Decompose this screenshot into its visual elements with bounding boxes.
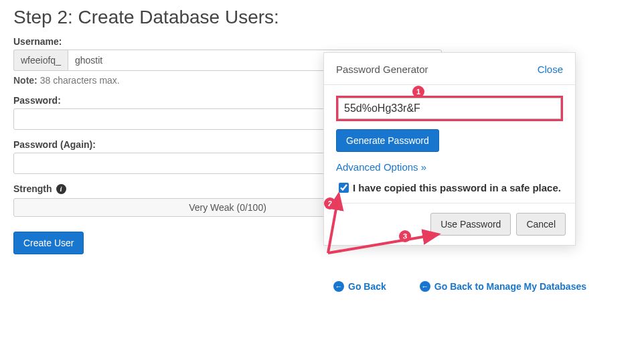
advanced-options-link[interactable]: Advanced Options »	[336, 161, 426, 173]
modal-close-link[interactable]: Close	[538, 64, 563, 75]
copied-checkbox[interactable]	[339, 183, 349, 193]
generated-password-highlight	[336, 96, 563, 121]
page-title: Step 2: Create Database Users:	[13, 7, 631, 28]
info-icon[interactable]: i	[56, 184, 66, 194]
go-back-manage-text: Go Back to Manage My Databases	[434, 281, 586, 292]
go-back-text: Go Back	[348, 281, 386, 292]
modal-title: Password Generator	[336, 64, 428, 75]
strength-label: Strength	[13, 183, 52, 194]
modal-body: Generate Password Advanced Options » I h…	[324, 85, 575, 203]
copied-label: I have copied this password in a safe pl…	[353, 182, 561, 193]
arrow-left-icon: ←	[333, 281, 344, 292]
arrow-left-icon: ←	[420, 281, 430, 292]
footer-links: ← Go Back ← Go Back to Manage My Databas…	[13, 281, 631, 292]
copied-confirm-row[interactable]: I have copied this password in a safe pl…	[336, 181, 563, 195]
username-prefix: wfeeiofq_	[13, 50, 68, 71]
username-label: Username:	[13, 36, 631, 47]
use-password-button[interactable]: Use Password	[430, 213, 511, 236]
note-prefix: Note:	[13, 75, 37, 86]
modal-header: Password Generator Close	[324, 53, 575, 85]
go-back-link[interactable]: ← Go Back	[333, 281, 386, 292]
generate-password-button[interactable]: Generate Password	[336, 129, 439, 152]
create-user-button[interactable]: Create User	[13, 232, 84, 254]
password-generator-modal: Password Generator Close Generate Passwo…	[323, 52, 576, 246]
note-text: 38 characters max.	[37, 75, 120, 86]
modal-footer: Use Password Cancel	[324, 203, 575, 245]
go-back-manage-link[interactable]: ← Go Back to Manage My Databases	[420, 281, 586, 292]
cancel-button[interactable]: Cancel	[516, 213, 566, 236]
generated-password-input[interactable]	[338, 98, 561, 119]
